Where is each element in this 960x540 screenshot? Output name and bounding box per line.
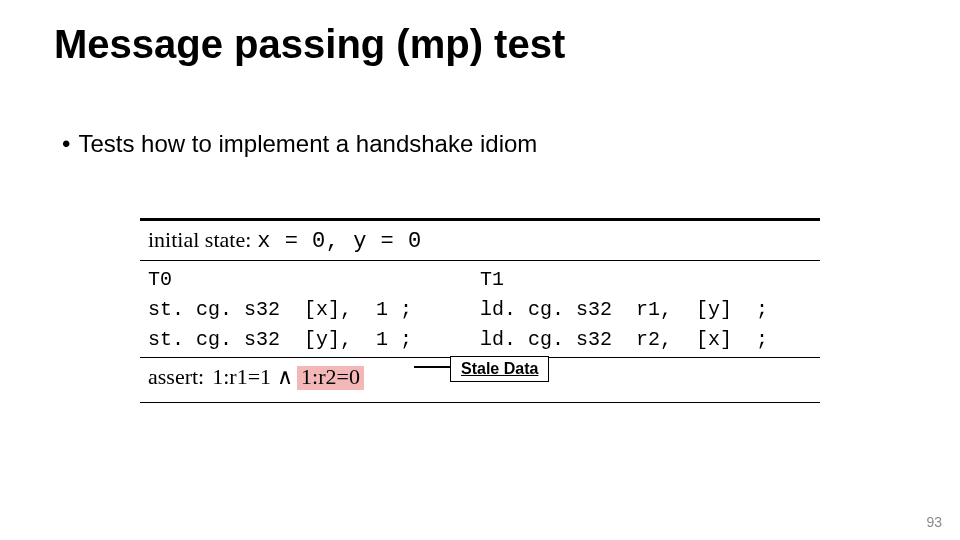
initial-label: initial state:	[148, 227, 251, 253]
t1-line2: ld. cg. s32 r2, [x] ;	[480, 328, 768, 351]
slide: Message passing (mp) test • Tests how to…	[0, 0, 960, 540]
page-number: 93	[926, 514, 942, 530]
litmus-table: initial state: x = 0, y = 0 T0 st. cg. s…	[140, 218, 820, 403]
initial-state-row: initial state: x = 0, y = 0	[140, 221, 820, 260]
assert-right-highlight: 1:r2=0	[299, 364, 362, 390]
thread-t0: T0 st. cg. s32 [x], 1 ; st. cg. s32 [y],…	[148, 265, 480, 355]
initial-expr: x = 0, y = 0	[257, 229, 421, 254]
assert-left: 1:r1=1	[212, 364, 271, 390]
t0-line2: st. cg. s32 [y], 1 ;	[148, 328, 412, 351]
threads-block: T0 st. cg. s32 [x], 1 ; st. cg. s32 [y],…	[140, 261, 820, 357]
t0-name: T0	[148, 268, 172, 291]
bullet-text: Tests how to implement a handshake idiom	[78, 130, 537, 158]
t1-line1: ld. cg. s32 r1, [y] ;	[480, 298, 768, 321]
bullet-item: • Tests how to implement a handshake idi…	[62, 130, 537, 158]
callout-connector	[414, 366, 450, 368]
rule-bottom	[140, 402, 820, 403]
slide-title: Message passing (mp) test	[54, 22, 565, 67]
thread-t1: T1 ld. cg. s32 r1, [y] ; ld. cg. s32 r2,…	[480, 265, 812, 355]
assert-right: 1:r2=0	[299, 364, 362, 389]
stale-data-callout: Stale Data	[450, 356, 549, 382]
assert-label: assert:	[148, 364, 204, 390]
bullet-dot-icon: •	[62, 130, 70, 158]
assert-row: assert: 1:r1=1 ∧ 1:r2=0 Stale Data	[140, 358, 820, 402]
assert-and: ∧	[277, 364, 293, 390]
t1-name: T1	[480, 268, 504, 291]
t0-line1: st. cg. s32 [x], 1 ;	[148, 298, 412, 321]
